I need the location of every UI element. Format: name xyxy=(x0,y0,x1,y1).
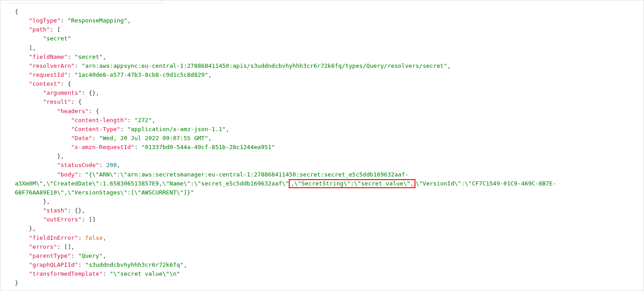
graphQLAPIId-value: s3uddndcbvhyhhh3cr6r72k6fq xyxy=(88,261,180,268)
path-item: secret xyxy=(46,35,67,42)
logType-value: ResponseMapping xyxy=(71,17,124,24)
statusCode-value: 200 xyxy=(106,162,117,168)
transformedTemplate-value: \"secret value\"\n xyxy=(113,270,176,277)
highlight-box: ,\"SecretString\":\"secret value\", xyxy=(289,179,415,189)
resolverArn-value: arn:aws:appsync:eu-central-1:27886841145… xyxy=(85,62,444,69)
fieldInError-value: false xyxy=(85,234,103,241)
body-highlight: ,\"SecretString\":\"secret value\", xyxy=(291,180,414,187)
parentType-value: Query xyxy=(82,252,99,259)
content-length-value: 272 xyxy=(138,117,148,123)
requestId-value: 1ac40de8-a577-47b3-8cb8-c9d1c5c8d829 xyxy=(78,71,205,78)
x-amzn-RequestId-value: 01337bd0-544a-49cf-851b-28c1244ea951 xyxy=(145,144,272,150)
code-container: { "logType": "ResponseMapping", "path_it… xyxy=(0,0,644,291)
date-value: Wed, 20 Jul 2022 09:07:55 GMT xyxy=(103,135,205,141)
tab-stub xyxy=(5,0,163,4)
json-block: { "logType": "ResponseMapping", "path": … xyxy=(0,4,644,291)
content-type-value: application/x-amz-json-1.1 xyxy=(131,126,222,132)
fieldName-value: secret xyxy=(78,53,99,60)
